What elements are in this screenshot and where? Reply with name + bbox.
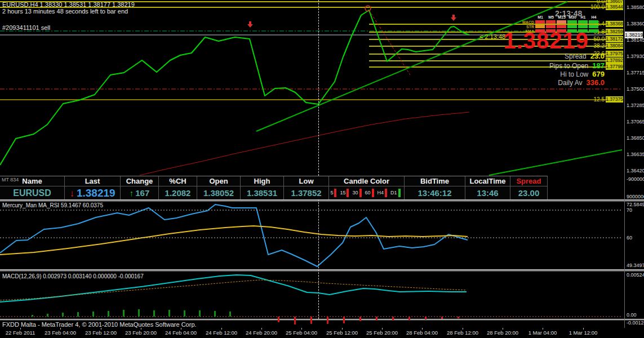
matrix-cell bbox=[589, 20, 598, 24]
info-value: 23.0 bbox=[590, 52, 605, 60]
price-axis-label: 1.36420 bbox=[627, 168, 644, 174]
fib-percent-label: 12.5 bbox=[594, 96, 605, 103]
time-axis-label: 1 Mar 04:00 bbox=[523, 330, 562, 336]
histogram-bar-up bbox=[214, 311, 216, 317]
matrix-header: H1 bbox=[578, 15, 588, 19]
time-axis-tick bbox=[583, 328, 584, 330]
quote-table: Name Last Change %CH Open High Low Candl… bbox=[0, 176, 548, 199]
candle-color-label: H4 bbox=[377, 186, 384, 199]
info-row: Spread23.0 bbox=[565, 52, 605, 60]
time-axis-tick bbox=[181, 328, 181, 330]
panel-separator[interactable] bbox=[0, 269, 644, 272]
matrix-cell bbox=[578, 20, 588, 24]
time-axis-tick bbox=[60, 328, 61, 330]
col-header-bidtime: BidTime bbox=[405, 176, 465, 186]
price-axis-label: 1.37930 bbox=[627, 54, 644, 59]
histogram-bar-up bbox=[153, 310, 155, 317]
col-header-last: Last bbox=[65, 176, 121, 186]
col-header-change: Change bbox=[121, 176, 159, 186]
mt4-chart-window: EURUSD,H4 1.38330 1.38531 1.38177 1.3821… bbox=[0, 0, 644, 338]
time-axis-tick bbox=[422, 328, 423, 330]
histogram-bar-up bbox=[123, 310, 125, 317]
time-axis-label: 23 Feb 12:00 bbox=[81, 330, 121, 336]
time-axis-label: 1 Mar 12:00 bbox=[563, 330, 603, 336]
fib-price-tag: 1.37975 bbox=[606, 51, 623, 57]
info-row: Pips to Open187 bbox=[549, 61, 605, 70]
open-order-label: #2093411101 sell bbox=[2, 24, 50, 31]
time-axis-label: 25 Feb 04:00 bbox=[282, 330, 321, 336]
histogram-bar-down bbox=[458, 317, 459, 318]
tick-down-icon: ↓ bbox=[69, 188, 74, 199]
time-axis-tick bbox=[301, 328, 302, 330]
price-axis-label: 1.38580 bbox=[627, 5, 644, 10]
rsi-panel-label: Mercury_Man MA_RSI 59.1467 60.0375 bbox=[2, 202, 103, 208]
histogram-bar-up bbox=[229, 312, 231, 317]
rsi-axis-label: 70 bbox=[627, 207, 632, 213]
matrix-cell bbox=[589, 29, 598, 33]
terminal-id-label: MT 834 bbox=[2, 177, 19, 183]
matrix-header: M1 bbox=[535, 15, 545, 19]
histogram-bar-up bbox=[138, 309, 140, 317]
macd-axis-label: 0.00524 bbox=[627, 272, 644, 278]
candle-color-bar bbox=[385, 189, 387, 197]
candle-color-label: 15 bbox=[340, 186, 345, 199]
candle-color-bar bbox=[398, 189, 401, 197]
local-time-cell: 13:46 bbox=[465, 186, 510, 199]
info-value: 336.0 bbox=[586, 78, 605, 87]
candle-color-label: D1 bbox=[390, 186, 397, 199]
quote-table-value-row: EURUSD ↓1.38219 ↑167 1.2082 1.38052 1.38… bbox=[0, 186, 548, 199]
col-header-pctch: %CH bbox=[159, 176, 197, 186]
time-axis-label: 25 Feb 20:00 bbox=[362, 330, 402, 336]
macd-axis-label: 0.00 bbox=[627, 312, 637, 318]
time-axis-tick bbox=[503, 328, 503, 330]
spread-cell: 23.00 bbox=[510, 186, 548, 199]
time-axis-label: 22 Feb 2011 bbox=[1, 330, 40, 336]
macd-signal-line bbox=[0, 280, 467, 300]
matrix-header: M15 bbox=[557, 15, 567, 19]
candle-color-bar bbox=[359, 189, 362, 197]
info-row: Hi to Low679 bbox=[560, 70, 605, 78]
price-axis-label: 1.36850 bbox=[627, 135, 644, 141]
fib-percent-label: 50.0 bbox=[594, 36, 605, 43]
candle-color-label: 60 bbox=[365, 186, 371, 199]
matrix-cell bbox=[546, 20, 556, 24]
ma-line bbox=[140, 112, 469, 175]
col-header-open: Open bbox=[197, 176, 241, 186]
col-header-high: High bbox=[241, 176, 284, 186]
price-axis-label: 1.37285 bbox=[627, 103, 644, 108]
bar-countdown-text: 2 hours 13 minutes 48 seconds left to ba… bbox=[2, 8, 128, 15]
big-price-display: 1.38219 bbox=[503, 28, 589, 54]
matrix-cell bbox=[557, 20, 566, 24]
candle-timer-small: < 2:13:48 bbox=[479, 33, 505, 40]
fib-price-tag: 1.38172 bbox=[606, 36, 623, 42]
fib-price-tag: 1.38368 bbox=[606, 21, 623, 27]
time-axis-label: 24 Feb 20:00 bbox=[242, 330, 281, 336]
period-separator-line bbox=[318, 0, 319, 319]
info-value: 187 bbox=[592, 61, 605, 70]
info-label: Spread bbox=[565, 52, 587, 60]
rsi-indicator-canvas[interactable] bbox=[0, 202, 622, 269]
matrix-header: M5 bbox=[546, 15, 556, 19]
time-axis-label: 28 Feb 12:00 bbox=[443, 330, 482, 336]
subwindow-axis-label: -9000000 bbox=[627, 176, 644, 182]
time-axis-label: 23 Feb 04:00 bbox=[41, 330, 80, 336]
support-trend-line bbox=[489, 150, 622, 175]
info-value: 679 bbox=[592, 70, 605, 78]
col-header-low: Low bbox=[284, 176, 329, 186]
change-value: 167 bbox=[135, 188, 149, 198]
fib-percent-label: 38.2 bbox=[594, 43, 605, 50]
rsi-axis-label: 49.3497 bbox=[627, 263, 644, 268]
matrix-header: H4 bbox=[589, 15, 599, 19]
matrix-header: M30 bbox=[567, 15, 578, 19]
fib-price-tag: 1.37799 bbox=[606, 64, 623, 70]
time-axis-tick bbox=[141, 328, 141, 330]
matrix-cell bbox=[535, 20, 545, 24]
info-label: Hi to Low bbox=[560, 70, 588, 78]
retracement-dashed-line bbox=[369, 10, 410, 75]
chart-symbol-ohlc: EURUSD,H4 1.38330 1.38531 1.38177 1.3821… bbox=[2, 1, 135, 8]
matrix-row-label: MACD bbox=[522, 20, 534, 24]
candle-color-cell: 5153060H4D1 bbox=[329, 186, 405, 199]
time-axis-label: 28 Feb 20:00 bbox=[483, 330, 522, 336]
fib-price-tag: 1.38544 bbox=[606, 4, 623, 10]
time-axis-tick bbox=[221, 328, 222, 330]
